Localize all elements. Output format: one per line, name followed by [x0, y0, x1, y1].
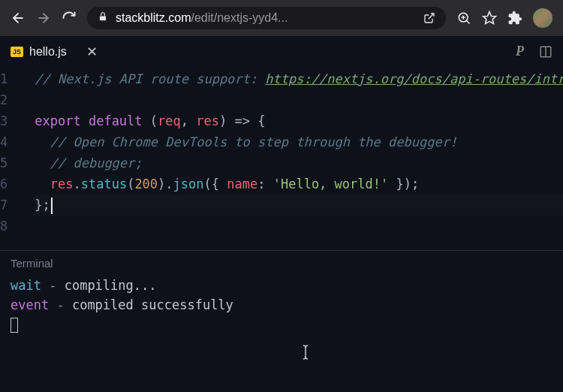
svg-marker-8 — [483, 12, 496, 24]
url-text: stackblitz.com/edit/nextjs-yyd4... — [116, 11, 416, 25]
close-tab-button[interactable]: ✕ — [86, 45, 98, 59]
terminal-title: Terminal — [11, 257, 552, 270]
bookmark-star-icon[interactable] — [482, 11, 497, 26]
lock-icon — [98, 11, 108, 25]
terminal-output[interactable]: wait - compiling... event - compiled suc… — [11, 276, 552, 334]
prettier-icon[interactable]: P — [516, 44, 524, 59]
open-external-icon[interactable] — [423, 12, 435, 24]
editor-tabs: JS hello.js ✕ P — [0, 36, 563, 64]
ibeam-cursor-icon — [300, 344, 311, 363]
tab-hello-js[interactable]: JS hello.js ✕ — [11, 45, 98, 59]
zoom-icon[interactable] — [456, 11, 471, 26]
code-content[interactable]: // Next.js API route support: https://ne… — [17, 68, 563, 237]
code-editor[interactable]: 1 2 3 4 5 6 7 8 // Next.js API route sup… — [0, 64, 563, 250]
line-gutter: 1 2 3 4 5 6 7 8 — [0, 68, 17, 237]
url-bar[interactable]: stackblitz.com/edit/nextjs-yyd4... — [87, 7, 446, 29]
js-file-icon: JS — [11, 47, 23, 57]
avatar[interactable] — [533, 8, 552, 28]
terminal-cursor — [11, 318, 18, 333]
tab-label: hello.js — [29, 45, 67, 59]
back-button[interactable] — [11, 11, 26, 26]
svg-rect-2 — [100, 16, 106, 20]
text-cursor — [51, 198, 53, 214]
browser-toolbar: stackblitz.com/edit/nextjs-yyd4... — [0, 0, 563, 36]
reload-button[interactable] — [62, 11, 77, 26]
terminal-panel: Terminal wait - compiling... event - com… — [0, 250, 563, 334]
split-editor-icon[interactable] — [539, 45, 552, 59]
extensions-icon[interactable] — [507, 11, 522, 26]
svg-line-3 — [429, 14, 434, 19]
forward-button[interactable] — [36, 11, 51, 26]
svg-line-5 — [467, 21, 470, 24]
